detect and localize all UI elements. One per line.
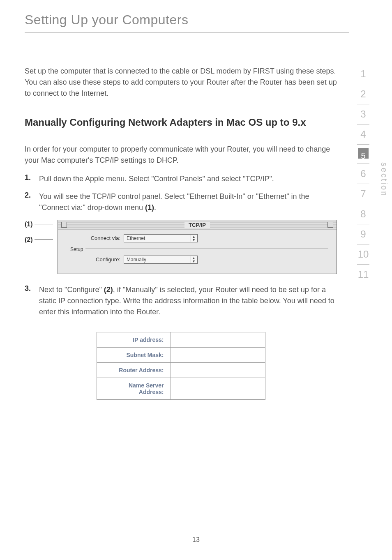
nav-item-5-active[interactable]: 5 [358,148,369,159]
nav-divider [357,224,369,224]
nav-item-7[interactable]: 7 [351,186,376,202]
header-underline [25,32,349,32]
preamble-paragraph: In order for your computer to properly c… [25,144,337,166]
configure-row: Configure: Manually ▴▾ [66,256,328,264]
table-row: Subnet Mask: [97,347,265,362]
tcpip-panel-figure: (1) (2) TCP/IP Connect via: Ethernet [25,220,337,274]
nav-divider [357,164,369,164]
nav-divider [357,264,369,265]
step-number: 2. [25,191,39,213]
step-text: You will see the TCP/IP control panel. S… [39,191,337,213]
subnet-mask-value [171,347,265,362]
step-text: Pull down the Apple menu. Select "Contro… [39,173,274,184]
nav-item-3[interactable]: 3 [351,106,376,122]
callout-line [35,240,53,240]
nav-item-11[interactable]: 11 [351,266,376,283]
dropdown-arrows-icon: ▴▾ [191,235,195,242]
step-1: 1. Pull down the Apple menu. Select "Con… [25,173,337,184]
nav-item-6[interactable]: 6 [351,166,376,182]
step-text-before: You will see the TCP/IP control panel. S… [39,192,309,212]
callout-ref: (2) [104,286,113,294]
callout-2-label: (2) [25,236,33,244]
subnet-mask-label: Subnet Mask: [97,347,171,362]
callout-1: (1) [25,221,53,228]
table-row: IP address: [97,332,265,347]
address-info-table: IP address: Subnet Mask: Router Address:… [97,332,265,400]
router-address-label: Router Address: [97,362,171,378]
nav-divider [357,244,369,244]
tcpip-panel-body: Connect via: Ethernet ▴▾ Setup Configure… [58,230,337,274]
page-header-title: Setting Up your Computers [25,12,188,28]
name-server-value [171,378,265,399]
section-nav: 1 2 3 4 5 6 7 8 9 10 11 [351,66,376,283]
router-address-value [171,362,265,378]
table-row: Router Address: [97,362,265,378]
callout-line [35,224,53,224]
page-number: 13 [192,536,200,544]
section-heading: Manually Configuring Network Adapters in… [25,115,337,129]
nav-divider [357,84,369,84]
setup-fieldset-label: Setup [70,247,83,252]
configure-dropdown[interactable]: Manually ▴▾ [124,256,198,264]
tcpip-window: TCP/IP Connect via: Ethernet ▴▾ Setup Co… [58,220,337,274]
ip-address-value [171,332,265,347]
step-2: 2. You will see the TCP/IP control panel… [25,191,337,213]
nav-item-2[interactable]: 2 [351,86,376,102]
fieldset-line [85,249,328,249]
configure-value: Manually [127,257,146,263]
step-number: 1. [25,173,39,184]
nav-item-1[interactable]: 1 [351,66,376,82]
step-text: Next to "Configure" (2), if "Manually" i… [39,284,337,318]
nav-divider [357,184,369,184]
collapse-box-icon[interactable] [327,222,333,228]
tcpip-titlebar: TCP/IP [58,220,337,230]
callout-ref: (1) [145,203,154,212]
nav-item-4[interactable]: 4 [351,126,376,143]
step-text-after: . [154,203,156,212]
step-3: 3. Next to "Configure" (2), if "Manually… [25,284,337,318]
ip-address-label: IP address: [97,332,171,347]
name-server-label: Name Server Address: [97,378,171,399]
nav-item-8[interactable]: 8 [351,206,376,222]
configure-label: Configure: [66,256,124,263]
nav-divider [357,204,369,204]
nav-item-10[interactable]: 10 [351,246,376,263]
nav-divider [357,144,369,145]
connect-via-label: Connect via: [66,235,124,241]
step-text-before: Next to "Configure" [39,286,104,294]
nav-item-9[interactable]: 9 [351,226,376,242]
callout-2: (2) [25,236,53,244]
nav-divider [357,124,369,124]
nav-divider [357,104,369,104]
titlebar-title: TCP/IP [184,222,210,228]
callout-1-label: (1) [25,221,33,228]
step-number: 3. [25,284,39,318]
table-row: Name Server Address: [97,378,265,399]
address-table-figure: IP address: Subnet Mask: Router Address:… [25,332,337,400]
section-vertical-label: section [379,162,389,197]
connect-via-value: Ethernet [127,235,145,241]
close-box-icon[interactable] [61,222,67,228]
connect-via-row: Connect via: Ethernet ▴▾ [66,234,328,242]
dropdown-arrows-icon: ▴▾ [191,256,195,263]
intro-paragraph: Set up the computer that is connected to… [25,66,337,99]
connect-via-dropdown[interactable]: Ethernet ▴▾ [124,234,198,242]
